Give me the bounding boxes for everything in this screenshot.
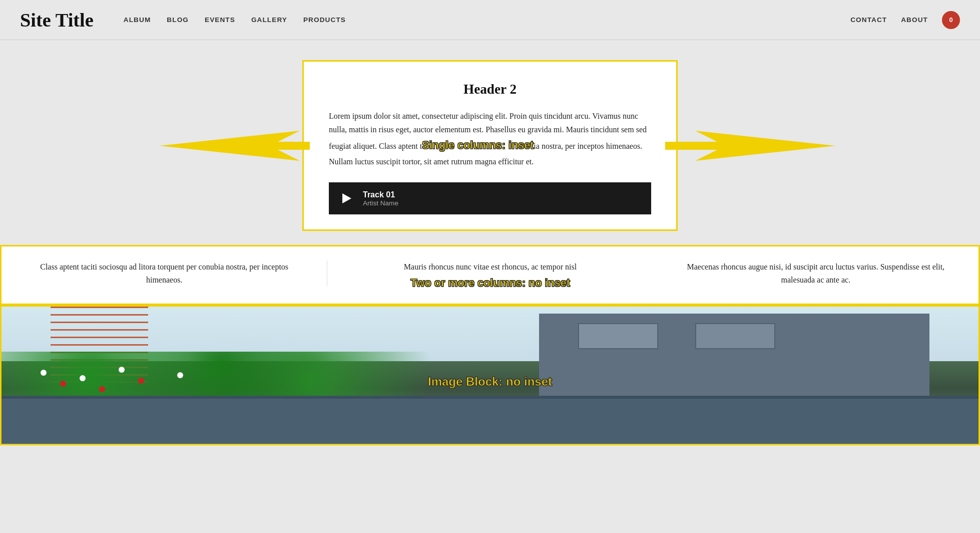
nav-right: CONTACT ABOUT 0 [850, 11, 960, 29]
nav-about[interactable]: ABOUT [901, 16, 928, 24]
single-col-label: Single columns: inset [422, 139, 534, 151]
single-col-section: Header 2 Lorem ipsum dolor sit amet, con… [140, 60, 840, 231]
col-3: Maecenas rhoncus augue nisi, id suscipit… [653, 260, 978, 286]
content-card: Header 2 Lorem ipsum dolor sit amet, con… [302, 60, 678, 231]
multi-col-section: Class aptent taciti sociosqu ad litora t… [0, 245, 980, 305]
col-2-wrapper: Mauris rhoncus nunc vitae est rhoncus, a… [327, 260, 653, 290]
track-name: Track 01 [363, 190, 398, 199]
multi-col-label: Two or more columns: no inset [347, 277, 633, 290]
flower-dot-red [60, 381, 66, 387]
play-icon [342, 193, 351, 203]
artist-name: Artist Name [363, 199, 398, 207]
image-block-label: Image Block: no inset [428, 375, 552, 389]
play-button[interactable] [337, 189, 355, 207]
track-info: Track 01 Artist Name [363, 190, 398, 207]
site-header: Site Title ALBUM BLOG EVENTS GALLERY PRO… [0, 0, 980, 40]
site-title[interactable]: Site Title [20, 9, 94, 31]
nav-events[interactable]: EVENTS [205, 16, 235, 24]
card-body: Lorem ipsum dolor sit amet, consectetur … [329, 109, 651, 168]
nav-gallery[interactable]: GALLERY [251, 16, 287, 24]
nav-left: ALBUM BLOG EVENTS GALLERY PRODUCTS [124, 16, 850, 24]
nav-contact[interactable]: CONTACT [850, 16, 887, 24]
card-heading: Header 2 [329, 82, 651, 97]
image-block-section: Image Block: no inset [0, 305, 980, 445]
arrow-right-icon [665, 131, 835, 161]
img-fence [2, 396, 978, 444]
arrow-left-icon [160, 131, 310, 161]
flower-dot [119, 367, 125, 373]
svg-rect-3 [665, 142, 725, 150]
flower-dot [80, 375, 86, 381]
flower-dot-red [138, 378, 144, 384]
cart-count: 0 [942, 11, 960, 29]
svg-rect-1 [270, 142, 310, 150]
flower-dot-red [99, 386, 105, 392]
img-building [539, 314, 930, 410]
flower-dot [41, 370, 47, 376]
flower-dot [177, 372, 183, 378]
col-1: Class aptent taciti sociosqu ad litora t… [2, 260, 327, 286]
nav-products[interactable]: PRODUCTS [303, 16, 346, 24]
cart-icon[interactable]: 0 [942, 11, 960, 29]
col-2-text: Mauris rhoncus nunc vitae est rhoncus, a… [347, 260, 633, 274]
multi-col-inner: Class aptent taciti sociosqu ad litora t… [2, 260, 978, 290]
img-flower-dots [21, 364, 412, 392]
nav-album[interactable]: ALBUM [124, 16, 151, 24]
page-content: Header 2 Lorem ipsum dolor sit amet, con… [0, 40, 980, 445]
nav-blog[interactable]: BLOG [167, 16, 189, 24]
audio-player: Track 01 Artist Name [329, 182, 651, 214]
